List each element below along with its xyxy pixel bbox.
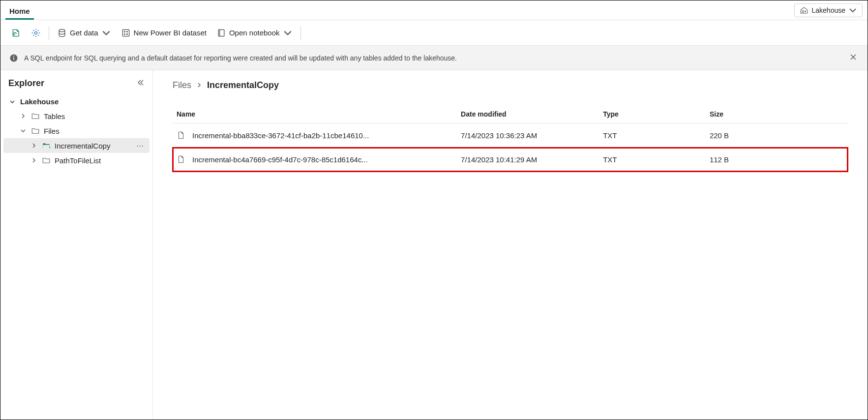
breadcrumb-parent[interactable]: Files — [173, 80, 191, 90]
chevron-right-icon — [19, 113, 27, 119]
svg-point-7 — [126, 33, 127, 34]
file-type: TXT — [599, 148, 706, 172]
folder-icon — [31, 112, 40, 120]
tab-bar: Home Lakehouse — [0, 0, 868, 20]
breadcrumb: Files IncrementalCopy — [173, 80, 848, 90]
dataset-icon — [121, 28, 131, 38]
chevron-down-icon — [848, 6, 857, 15]
svg-point-11 — [13, 56, 14, 57]
file-date: 7/14/2023 10:41:29 AM — [457, 148, 599, 172]
tree-root-lakehouse[interactable]: Lakehouse — [3, 94, 150, 109]
more-options-button[interactable]: ⋯ — [133, 141, 147, 150]
new-dataset-button[interactable]: New Power BI dataset — [117, 25, 210, 41]
file-icon — [177, 154, 185, 164]
body: Explorer Lakehouse Tables Files — [0, 70, 868, 420]
tree-root-label: Lakehouse — [20, 97, 59, 106]
svg-point-1 — [34, 31, 37, 34]
toolbar: Get data New Power BI dataset Open noteb… — [0, 20, 868, 46]
file-date: 7/14/2023 10:36:23 AM — [457, 123, 599, 148]
svg-rect-8 — [218, 30, 224, 36]
get-data-label: Get data — [70, 29, 98, 37]
tree-item-label: IncrementalCopy — [55, 142, 110, 150]
chevron-double-left-icon — [137, 79, 145, 87]
svg-rect-3 — [122, 30, 129, 36]
chevron-down-icon — [101, 28, 111, 38]
tab-bar-left: Home — [5, 0, 34, 20]
folder-icon — [42, 156, 51, 165]
notification-close-button[interactable] — [848, 51, 859, 65]
svg-point-5 — [126, 31, 127, 32]
mode-selector-label: Lakehouse — [811, 6, 845, 14]
file-icon — [177, 130, 185, 140]
tree-item-tables[interactable]: Tables — [3, 109, 150, 123]
file-size: 112 B — [706, 148, 848, 172]
explorer-header: Explorer — [3, 76, 150, 94]
explorer-title: Explorer — [8, 78, 44, 89]
gear-icon — [31, 28, 41, 38]
collapse-explorer-button[interactable] — [137, 79, 145, 88]
svg-point-4 — [124, 31, 125, 32]
table-row[interactable]: Incremental-bc4a7669-c95f-4d7c-978c-85c1… — [173, 148, 848, 172]
notification-text: A SQL endpoint for SQL querying and a de… — [24, 54, 457, 62]
settings-button[interactable] — [27, 25, 45, 41]
chevron-down-icon — [283, 28, 293, 38]
chevron-right-icon — [196, 80, 202, 90]
open-notebook-label: Open notebook — [229, 29, 280, 37]
new-dataset-label: New Power BI dataset — [134, 29, 207, 37]
tree-item-path-to-file-list[interactable]: PathToFileList — [3, 153, 150, 168]
notification-bar: A SQL endpoint for SQL querying and a de… — [0, 46, 868, 70]
folder-open-icon — [42, 141, 51, 150]
column-type[interactable]: Type — [599, 105, 706, 123]
file-name: Incremental-bba833ce-3672-41cf-ba2b-11cb… — [192, 131, 369, 140]
breadcrumb-current: IncrementalCopy — [207, 80, 279, 90]
content-area: Files IncrementalCopy Name Date modified… — [153, 70, 868, 420]
column-date[interactable]: Date modified — [457, 105, 599, 123]
app-root: Home Lakehouse Get data New Power BI dat… — [0, 0, 868, 420]
file-type: TXT — [599, 123, 706, 148]
refresh-icon — [11, 28, 21, 38]
chevron-down-icon — [8, 99, 16, 105]
table-row[interactable]: Incremental-bba833ce-3672-41cf-ba2b-11cb… — [173, 123, 848, 148]
info-icon — [9, 54, 18, 62]
tree-item-label: Files — [44, 127, 60, 135]
toolbar-separator — [300, 26, 301, 40]
folder-icon — [31, 126, 40, 135]
tree-item-label: PathToFileList — [55, 156, 101, 165]
refresh-button[interactable] — [7, 25, 25, 41]
tree-item-incremental-copy[interactable]: IncrementalCopy ⋯ — [3, 138, 150, 153]
file-table: Name Date modified Type Size Incremental… — [173, 105, 848, 172]
chevron-right-icon — [30, 143, 38, 149]
svg-point-0 — [805, 11, 806, 12]
column-size[interactable]: Size — [706, 105, 848, 123]
lakehouse-icon — [800, 6, 808, 15]
chevron-right-icon — [30, 157, 38, 163]
notebook-icon — [216, 28, 226, 38]
column-name[interactable]: Name — [173, 105, 457, 123]
svg-point-6 — [124, 33, 125, 34]
chevron-down-icon — [19, 128, 27, 134]
file-size: 220 B — [706, 123, 848, 148]
close-icon — [850, 54, 857, 60]
file-name: Incremental-bc4a7669-c95f-4d7c-978c-85c1… — [192, 155, 368, 164]
tree-item-label: Tables — [44, 112, 65, 120]
tab-home[interactable]: Home — [5, 3, 34, 20]
get-data-button[interactable]: Get data — [53, 25, 115, 41]
explorer-panel: Explorer Lakehouse Tables Files — [0, 70, 153, 420]
database-icon — [57, 28, 67, 38]
svg-point-2 — [59, 29, 65, 31]
toolbar-separator — [49, 26, 49, 40]
mode-selector[interactable]: Lakehouse — [794, 3, 863, 17]
svg-rect-10 — [13, 57, 14, 60]
table-header-row: Name Date modified Type Size — [173, 105, 848, 123]
tree-item-files[interactable]: Files — [3, 123, 150, 138]
open-notebook-button[interactable]: Open notebook — [212, 25, 297, 41]
tab-home-label: Home — [9, 7, 30, 15]
